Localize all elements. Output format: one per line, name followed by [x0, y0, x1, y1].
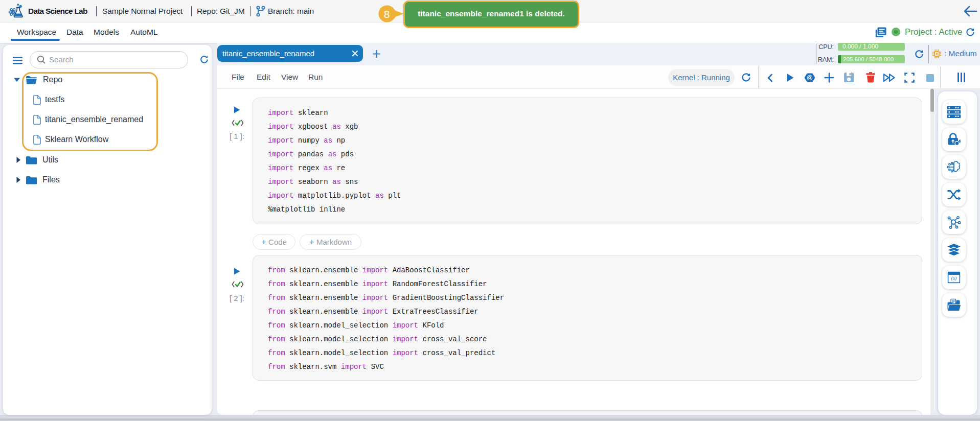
svg-text:(x): (x) — [951, 276, 957, 282]
svg-text:8: 8 — [384, 8, 390, 20]
